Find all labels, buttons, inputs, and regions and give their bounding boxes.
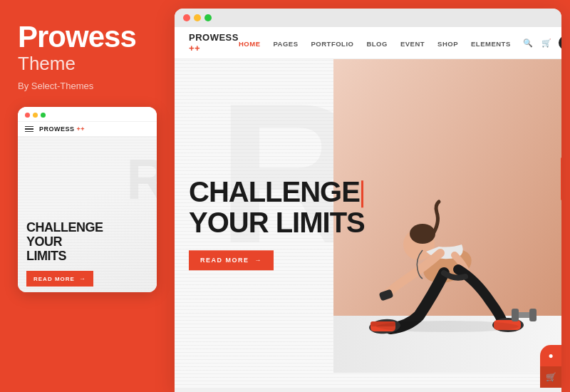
mobile-logo: PROWESS ++ [39,125,85,133]
nav-link-event[interactable]: EVENT [400,40,425,48]
website-logo: PROWESS ++ [189,32,239,53]
nav-item-elements[interactable]: ELEMENTS [471,36,511,49]
svg-rect-14 [529,309,537,321]
bottom-right-icons: ● 🛒 [540,345,561,388]
theme-title: Prowess [18,21,136,53]
theme-by: By Select-Themes [18,81,93,91]
mobile-heading: CHALLENGE YOUR LIMITS [26,221,148,263]
hero-read-more-label: READ MORE [200,257,249,264]
browser-dot-yellow [194,14,201,21]
browser-window-dots [183,14,212,21]
mobile-mockup: PROWESS ++ R CHALLENGE YOUR LIMITS READ … [18,107,157,292]
nav-link-elements[interactable]: ELEMENTS [471,40,511,48]
mobile-dot-yellow [33,113,38,118]
mobile-top-bar [18,107,157,122]
mobile-nav-bar: PROWESS ++ [18,122,157,137]
website-content: PROWESS ++ HOME PAGES PORTFOLIO BLOG EVE… [175,27,561,388]
browser-dot-green [204,14,212,21]
hero-fitness-image [333,59,561,388]
nav-item-shop[interactable]: SHOP [437,36,458,49]
mobile-dot-red [25,113,30,118]
browser-top-bar [175,9,561,27]
svg-rect-13 [512,309,519,321]
fitness-person-svg [333,59,561,373]
hero-heading-line1: CHALLENGE [189,176,360,207]
mobile-read-more-label: READ MORE [33,276,75,282]
hero-heading-line2: YOUR LIMITS [189,207,365,238]
nav-link-pages[interactable]: PAGES [273,40,298,48]
nav-item-home[interactable]: HOME [239,36,261,49]
menu-icon[interactable]: ≡ [559,36,561,50]
nav-link-shop[interactable]: SHOP [437,40,458,48]
browser-mockup: PROWESS ++ HOME PAGES PORTFOLIO BLOG EVE… [175,9,561,392]
scroll-indicator [561,158,561,200]
website-navbar: PROWESS ++ HOME PAGES PORTFOLIO BLOG EVE… [175,27,561,59]
nav-link-blog[interactable]: BLOG [366,40,387,48]
cursor-blink [361,180,363,207]
mobile-arrow-icon: → [79,275,86,282]
nav-item-portfolio[interactable]: PORTFOLIO [311,36,354,49]
mobile-hamburger-icon[interactable] [25,126,33,133]
svg-point-11 [376,321,519,332]
nav-item-event[interactable]: EVENT [400,36,425,49]
mobile-bg-shape: R [126,151,157,208]
bottom-icon-circle[interactable]: ● [540,345,561,366]
hero-heading: CHALLENGE YOUR LIMITS [189,177,365,237]
nav-icons-group: 🔍 🛒 ≡ [522,36,561,50]
browser-dot-red [183,14,190,21]
nav-link-home[interactable]: HOME [239,40,261,48]
mobile-window-dots [25,113,46,118]
mobile-dot-green [41,113,46,118]
website-nav-links: HOME PAGES PORTFOLIO BLOG EVENT SHOP ELE… [239,36,511,49]
search-icon[interactable]: 🔍 [522,36,534,49]
mobile-read-more-button[interactable]: READ MORE → [26,271,93,287]
mobile-hero-text: CHALLENGE YOUR LIMITS READ MORE → [26,221,148,287]
theme-subtitle: Theme [18,53,76,75]
hero-text-block: CHALLENGE YOUR LIMITS READ MORE → [189,177,365,270]
left-panel: Prowess Theme By Select-Themes PROWESS +… [0,0,175,392]
cart-icon[interactable]: 🛒 [540,36,553,49]
nav-link-portfolio[interactable]: PORTFOLIO [311,40,354,48]
bottom-icon-cart[interactable]: 🛒 [540,366,561,388]
hero-read-more-button[interactable]: READ MORE → [189,250,274,270]
nav-item-pages[interactable]: PAGES [273,36,298,49]
website-hero: R CHALLENGE YOUR LIMITS READ MORE → [175,59,561,388]
nav-item-blog[interactable]: BLOG [366,36,387,49]
mobile-hero-section: R CHALLENGE YOUR LIMITS READ MORE → [18,137,157,292]
hero-arrow-icon: → [255,257,263,264]
